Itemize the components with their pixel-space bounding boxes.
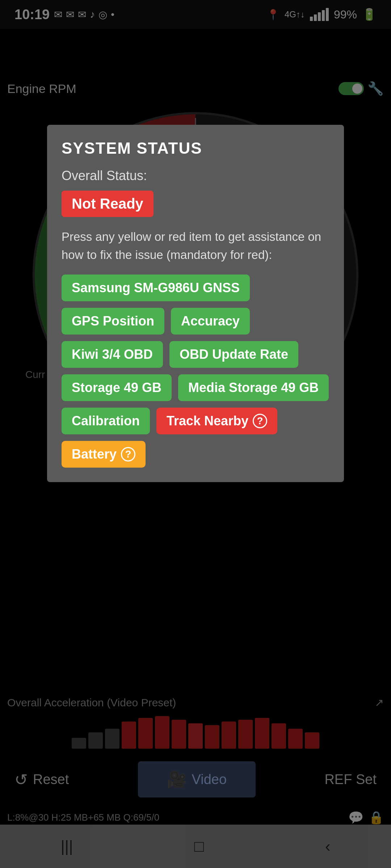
status-item-track-nearby[interactable]: Track Nearby ? xyxy=(156,408,277,434)
status-item-obd-rate[interactable]: OBD Update Rate xyxy=(169,341,298,368)
track-nearby-help-icon: ? xyxy=(253,414,267,428)
status-item-battery[interactable]: Battery ? xyxy=(62,441,146,468)
not-ready-badge[interactable]: Not Ready xyxy=(62,191,154,217)
status-items-list: Samsung SM-G986U GNSS GPS Position Accur… xyxy=(62,275,329,468)
status-item-storage[interactable]: Storage 49 GB xyxy=(62,374,172,401)
status-item-gnss[interactable]: Samsung SM-G986U GNSS xyxy=(62,275,250,301)
overall-status-label: Overall Status: xyxy=(62,168,329,183)
battery-help-icon: ? xyxy=(121,447,135,461)
status-item-accuracy[interactable]: Accuracy xyxy=(171,308,250,335)
modal-title: SYSTEM STATUS xyxy=(62,139,329,157)
system-status-modal: SYSTEM STATUS Overall Status: Not Ready … xyxy=(47,125,344,482)
status-item-gps-position[interactable]: GPS Position xyxy=(62,308,164,335)
status-item-media-storage[interactable]: Media Storage 49 GB xyxy=(178,374,329,401)
modal-hint: Press any yellow or red item to get assi… xyxy=(62,228,329,264)
status-item-calibration[interactable]: Calibration xyxy=(62,408,150,434)
status-item-obd[interactable]: Kiwi 3/4 OBD xyxy=(62,341,163,368)
